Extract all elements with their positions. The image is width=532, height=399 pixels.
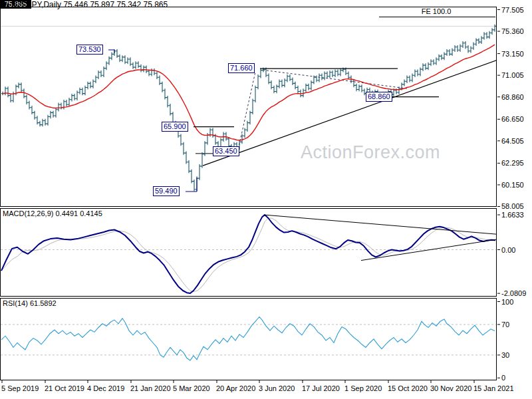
price-annotation: 73.530 (76, 45, 103, 55)
price-tick-label: 60.150 (501, 181, 524, 189)
macd-tick-label: -2.0809 (501, 289, 526, 297)
symbol-quote-title: NZDJPY,Daily 75.446 75.897 75.342 75.865 (11, 0, 168, 9)
fibonacci-expansion-label: FE 100.0 (419, 7, 454, 15)
price-tick-label: 68.860 (501, 93, 524, 101)
rsi-panel (1, 317, 496, 360)
macd-panel (1, 215, 503, 293)
price-annotation: 59.490 (153, 186, 180, 196)
date-label: 17 Jul 2020 (302, 384, 340, 392)
macd-main-line (1, 215, 495, 293)
date-label: 15 Oct 2020 (388, 384, 428, 392)
date-label: 3 Jun 2020 (259, 384, 295, 392)
rsi-tick-label: 0 (501, 374, 505, 382)
date-label: 21 Oct 2019 (45, 384, 84, 392)
price-tick-label: 73.150 (501, 50, 524, 58)
price-annotation: 65.900 (162, 122, 188, 132)
collapse-triangle-icon: ▼ (3, 2, 8, 8)
macd-wedge-line (265, 215, 499, 234)
rsi-tick-label: 100 (501, 298, 513, 306)
moving-average-line (3, 45, 495, 140)
price-tick-label: 64.505 (501, 137, 524, 145)
price-annotation: 68.860 (366, 92, 392, 102)
macd-indicator-label: MACD(12,26,9) 0.4491 0.4145 (3, 209, 102, 217)
price-annotation: 63.450 (213, 146, 239, 156)
macd-wedge-line (361, 238, 503, 260)
price-tick-label: 71.005 (501, 71, 524, 79)
macd-tick-label: 0.00 (501, 246, 515, 254)
price-tick-label: 77.505 (501, 6, 524, 14)
date-label: 20 Apr 2020 (216, 384, 255, 392)
price-tick-label: 66.650 (501, 115, 524, 123)
date-label: 5 Sep 2019 (1, 384, 39, 392)
rsi-line (1, 317, 495, 360)
main-panel-border (1, 7, 497, 207)
rsi-panel-border (1, 299, 497, 380)
price-annotation: 71.660 (228, 63, 255, 73)
ohlc-bars (1, 25, 496, 192)
price-tick-label: 75.360 (501, 27, 524, 35)
price-tick-label: 62.295 (501, 159, 524, 167)
chart-plot: 77.50575.36073.15071.00568.86066.65064.5… (0, 0, 532, 399)
price-panel (1, 17, 504, 192)
date-label: 15 Jan 2021 (473, 384, 514, 392)
macd-signal-line (1, 218, 495, 292)
ascending-trendline (203, 58, 504, 166)
chart-window: ActionForex.com 77.50575.36073.15071.005… (0, 0, 532, 399)
rsi-indicator-label: RSI(14) 61.5892 (3, 299, 57, 307)
title-bar: ▼NZDJPY,Daily 75.446 75.897 75.342 75.86… (3, 0, 168, 9)
price-tick-label: 58.005 (501, 202, 524, 210)
date-label: 21 Jan 2020 (130, 384, 171, 392)
date-label: 5 Mar 2020 (173, 384, 210, 392)
macd-panel-border (1, 209, 497, 297)
date-label: 1 Sep 2020 (344, 384, 382, 392)
date-label: 30 Nov 2020 (430, 384, 471, 392)
rsi-tick-label: 30 (501, 351, 509, 359)
macd-tick-label: 1.6633 (501, 211, 524, 219)
rsi-tick-label: 70 (501, 321, 509, 329)
date-label: 4 Dec 2019 (87, 384, 124, 392)
